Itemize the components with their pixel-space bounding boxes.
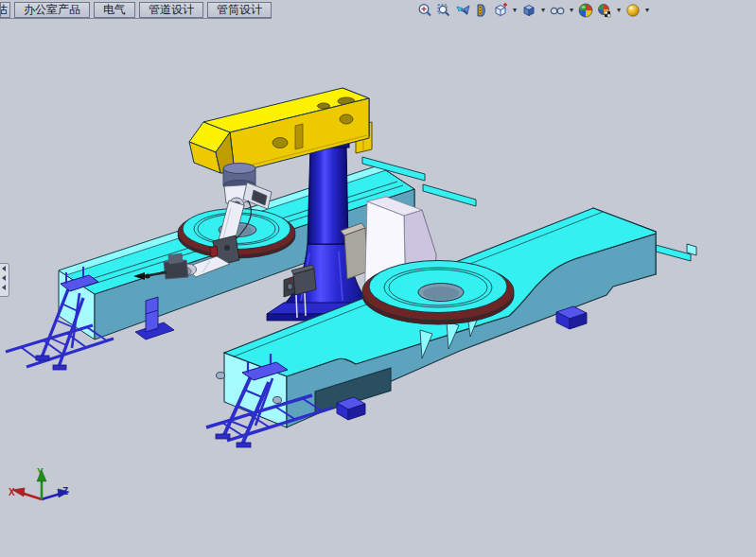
chevron-left-icon: [2, 266, 6, 271]
hide-show-items-icon[interactable]: [549, 2, 566, 19]
tab-office-products[interactable]: 办公室产品: [14, 2, 90, 18]
command-manager-tabs: 估 办公室产品 电气 管道设计 管筒设计: [0, 2, 272, 19]
tab-electrical[interactable]: 电气: [94, 2, 135, 18]
tab-piping-design[interactable]: 管道设计: [139, 2, 203, 18]
previous-view-icon[interactable]: [454, 2, 471, 19]
dropdown-arrow[interactable]: ▾: [615, 2, 623, 19]
dropdown-arrow[interactable]: ▾: [568, 2, 575, 19]
orientation-triad: X Z Y: [9, 467, 69, 499]
panel-expand-toggle[interactable]: [0, 263, 9, 297]
view-orientation-icon[interactable]: [492, 2, 509, 19]
dropdown-arrow[interactable]: ▾: [539, 2, 547, 19]
dropdown-arrow[interactable]: ▾: [511, 2, 519, 19]
dropdown-arrow[interactable]: ▾: [643, 2, 651, 19]
triad-z-label: Z: [62, 486, 68, 496]
zoom-to-area-icon[interactable]: [435, 2, 452, 19]
edit-appearance-icon[interactable]: [577, 2, 594, 19]
view-settings-icon[interactable]: [624, 2, 642, 19]
zoom-to-fit-icon[interactable]: [416, 2, 433, 19]
model-viewport[interactable]: X Z Y: [0, 0, 756, 557]
tab-tubing-design[interactable]: 管筒设计: [207, 2, 272, 18]
chevron-left-icon: [2, 275, 6, 281]
display-style-icon[interactable]: [520, 2, 537, 19]
triad-y-label: Y: [37, 467, 44, 478]
section-view-icon[interactable]: [473, 2, 490, 19]
apply-scene-icon[interactable]: [596, 2, 613, 19]
cad-application-window: { "window": { "application": "3D CAD vie…: [0, 0, 756, 557]
triad-x-label: X: [9, 487, 15, 497]
cross-plank-right[interactable]: [656, 244, 696, 261]
tab-evaluate-partial[interactable]: 估: [0, 2, 10, 18]
chevron-left-icon: [2, 285, 6, 290]
tab-evaluate-partial-label: 估: [0, 3, 8, 17]
rotary-ring-right[interactable]: [362, 261, 514, 325]
heads-up-view-toolbar: ▾ ▾ ▾: [416, 1, 651, 20]
